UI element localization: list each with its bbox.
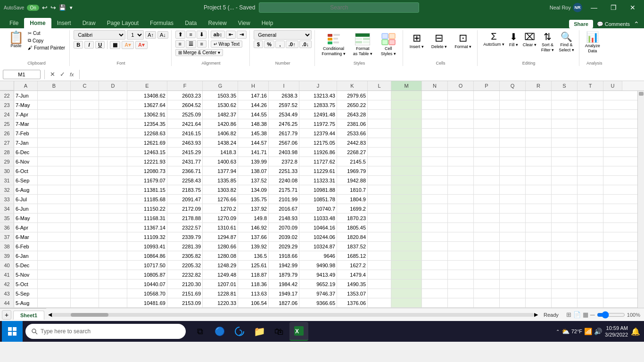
indent-decrease-button[interactable]: ⇤ bbox=[226, 31, 236, 39]
cell[interactable] bbox=[71, 289, 99, 298]
cell[interactable] bbox=[500, 91, 526, 100]
cell[interactable] bbox=[71, 91, 99, 100]
cell[interactable]: 12463.15 bbox=[127, 148, 167, 156]
cell[interactable] bbox=[552, 176, 578, 185]
cell[interactable]: 1503.35 bbox=[203, 91, 238, 100]
cell[interactable]: 2172.09 bbox=[167, 204, 203, 213]
cell[interactable]: 144.55 bbox=[238, 110, 269, 119]
cell[interactable] bbox=[448, 129, 474, 138]
cell[interactable] bbox=[368, 280, 391, 288]
col-header-B[interactable]: B bbox=[38, 81, 71, 90]
col-header-O[interactable]: O bbox=[448, 81, 474, 90]
text-direction-button[interactable]: ab↕ bbox=[211, 31, 225, 38]
cell[interactable]: 1400.63 bbox=[203, 157, 238, 166]
cell[interactable]: 2178.88 bbox=[167, 214, 203, 222]
col-header-H[interactable]: H bbox=[238, 81, 269, 90]
cell[interactable] bbox=[500, 138, 526, 147]
cell[interactable] bbox=[474, 261, 500, 270]
indent-increase-button[interactable]: ⇥ bbox=[237, 31, 247, 39]
cell[interactable]: 6-Jan bbox=[14, 251, 38, 260]
cell[interactable] bbox=[448, 138, 474, 147]
cell[interactable]: 2650.22 bbox=[337, 100, 368, 109]
cell[interactable] bbox=[448, 195, 474, 204]
cell[interactable] bbox=[448, 157, 474, 166]
cell[interactable]: 12491.48 bbox=[299, 110, 337, 119]
cell[interactable] bbox=[578, 100, 603, 109]
cell[interactable] bbox=[552, 91, 578, 100]
cell[interactable] bbox=[368, 110, 391, 119]
cell[interactable] bbox=[422, 138, 448, 147]
cell[interactable] bbox=[526, 298, 552, 307]
cell[interactable] bbox=[422, 166, 448, 175]
cell[interactable]: 125.61 bbox=[238, 261, 269, 270]
cell[interactable] bbox=[71, 185, 99, 194]
cell[interactable]: 10324.87 bbox=[299, 242, 337, 251]
cell[interactable]: 118.87 bbox=[238, 270, 269, 279]
cell[interactable]: 5-Dec bbox=[14, 261, 38, 270]
cell[interactable]: 5-Sep bbox=[14, 289, 38, 298]
cell[interactable]: 1699.2 bbox=[337, 204, 368, 213]
cell[interactable] bbox=[71, 232, 99, 241]
italic-button[interactable]: I bbox=[84, 41, 94, 49]
cell[interactable] bbox=[448, 214, 474, 222]
cell[interactable] bbox=[368, 232, 391, 241]
cell[interactable] bbox=[71, 261, 99, 270]
page-break-view-button[interactable]: ▦ bbox=[583, 311, 588, 318]
cell[interactable] bbox=[578, 270, 603, 279]
cell[interactable]: 2339.79 bbox=[167, 232, 203, 241]
cell[interactable] bbox=[368, 261, 391, 270]
cell[interactable] bbox=[578, 138, 603, 147]
cell[interactable] bbox=[368, 185, 391, 194]
cell[interactable] bbox=[552, 129, 578, 138]
cell[interactable] bbox=[526, 195, 552, 204]
cell[interactable]: 1249.48 bbox=[203, 270, 238, 279]
cell[interactable] bbox=[391, 100, 422, 109]
cell[interactable] bbox=[448, 91, 474, 100]
cell[interactable]: 2029.29 bbox=[269, 242, 299, 251]
cell[interactable] bbox=[391, 223, 422, 232]
copy-button[interactable]: ⧉Copy bbox=[26, 37, 66, 44]
cell[interactable]: 1949.17 bbox=[269, 289, 299, 298]
cell[interactable] bbox=[99, 298, 127, 307]
cell[interactable]: 7-Jan bbox=[14, 138, 38, 147]
cell[interactable]: 1220.33 bbox=[203, 298, 238, 307]
cell[interactable] bbox=[99, 185, 127, 194]
hscroll-thumb[interactable] bbox=[71, 313, 108, 317]
comma-button[interactable]: , bbox=[275, 41, 285, 48]
cell[interactable] bbox=[474, 298, 500, 307]
cell[interactable] bbox=[448, 119, 474, 128]
fill-button[interactable]: ⬇ Fill ▾ bbox=[507, 30, 520, 48]
font-shrink-button[interactable]: A↓ bbox=[157, 31, 168, 39]
save-icon[interactable]: 💾 bbox=[59, 4, 66, 11]
cell[interactable]: 2091.47 bbox=[167, 195, 203, 204]
cell[interactable] bbox=[422, 289, 448, 298]
cell[interactable]: 6-May bbox=[14, 214, 38, 222]
sheet-tab-1[interactable]: Sheet1 bbox=[13, 311, 44, 320]
cell[interactable]: 1820.84 bbox=[337, 232, 368, 241]
cell[interactable] bbox=[391, 289, 422, 298]
cell[interactable] bbox=[552, 148, 578, 156]
format-as-table-button[interactable]: Formatas Table ▾ bbox=[350, 30, 375, 58]
cell[interactable] bbox=[71, 119, 99, 128]
cell[interactable] bbox=[526, 100, 552, 109]
cell[interactable]: 11972.75 bbox=[299, 119, 337, 128]
cell[interactable]: 144.57 bbox=[238, 138, 269, 147]
cell[interactable] bbox=[99, 242, 127, 251]
cell[interactable] bbox=[71, 129, 99, 138]
cell[interactable] bbox=[474, 176, 500, 185]
cell[interactable] bbox=[500, 129, 526, 138]
cell[interactable]: 146.92 bbox=[238, 223, 269, 232]
cell[interactable] bbox=[99, 110, 127, 119]
task-view-button[interactable]: ⧉ bbox=[190, 322, 209, 341]
cell[interactable] bbox=[500, 100, 526, 109]
up-arrow-icon[interactable]: ⌃ bbox=[556, 329, 560, 334]
col-header-I[interactable]: I bbox=[269, 81, 299, 90]
cell[interactable]: 6-Apr bbox=[14, 223, 38, 232]
cell[interactable] bbox=[552, 185, 578, 194]
clock[interactable]: 10:59 AM 3/29/2022 bbox=[605, 325, 628, 338]
autosave-toggle[interactable]: On bbox=[27, 5, 39, 11]
cell[interactable] bbox=[391, 270, 422, 279]
cell[interactable]: 113.63 bbox=[238, 289, 269, 298]
cell[interactable] bbox=[526, 157, 552, 166]
cell[interactable]: 2381.06 bbox=[337, 119, 368, 128]
